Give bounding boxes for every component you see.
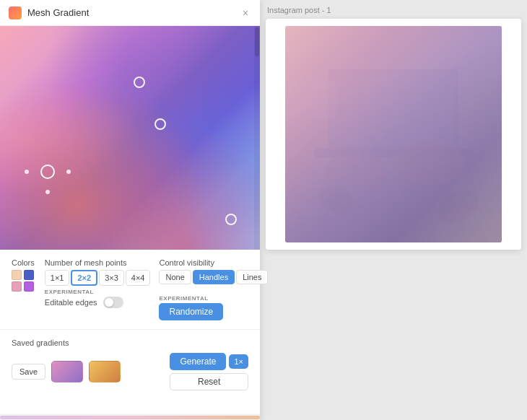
title-bar: Mesh Gradient × [0,0,260,26]
mesh-btn-3x3[interactable]: 3×3 [99,270,124,286]
experimental-badge-edges: EXPERIMENTAL [45,289,151,295]
saved-row: Save Generate 1× Reset [12,353,248,390]
visibility-label: Control visibility [159,258,214,267]
mesh-btn-2x2[interactable]: 2×2 [71,270,97,286]
control-point-dot-2[interactable] [69,172,73,176]
control-point-dot-3[interactable] [48,192,52,196]
close-button[interactable]: × [240,7,251,19]
colors-label: Colors [12,258,35,267]
mesh-btn-4x4[interactable]: 4×4 [126,270,151,286]
mesh-points-label: Number of mesh points [45,258,151,267]
editable-edges-section: EXPERIMENTAL Editable edges [45,289,151,308]
mesh-points-section: Number of mesh points 1×1 2×2 3×3 4×4 EX… [45,258,151,308]
app-icon [9,6,22,19]
randomize-button[interactable]: Randomize [159,303,223,320]
right-panel: Instagram post - 1 [260,0,527,420]
count-badge[interactable]: 1× [229,354,248,369]
vis-btn-none[interactable]: None [159,270,191,284]
bottom-scrollbar[interactable] [0,414,260,420]
saved-gradient-thumb-2[interactable] [89,361,121,382]
saved-gradient-thumb-1[interactable] [51,361,83,382]
editable-edges-label: Editable edges [45,298,97,307]
bottom-scrollbar-thumb [0,416,260,419]
generate-button[interactable]: Generate [170,353,226,370]
visibility-section: Control visibility None Handles Lines EX… [159,258,268,320]
instagram-image [285,26,502,242]
editable-edges-toggle[interactable] [103,297,123,308]
control-point-3[interactable] [48,172,62,186]
control-point-dot-1[interactable] [27,172,31,176]
save-button[interactable]: Save [12,364,45,380]
color-swatch-4[interactable] [24,281,34,292]
controls-area: Colors Number of mesh points [0,250,260,330]
color-swatch-3[interactable] [12,281,22,292]
control-point-2[interactable] [160,124,172,136]
vis-btn-handles[interactable]: Handles [193,270,235,284]
action-buttons: Generate 1× Reset [170,353,248,390]
color-swatch-1[interactable] [12,270,22,280]
experimental-badge-randomize: EXPERIMENTAL [159,295,208,302]
mesh-btn-1x1[interactable]: 1×1 [45,270,70,286]
saved-section: Saved gradients Save Generate 1× Reset [0,330,260,399]
control-point-4[interactable] [231,219,243,231]
canvas-scrollbar[interactable] [254,26,260,250]
color-swatches [12,270,34,292]
gradient-overlay [285,26,502,242]
canvas-scrollbar-thumb [255,27,259,56]
control-point-1[interactable] [139,82,151,94]
vis-btn-lines[interactable]: Lines [236,270,268,284]
gradient-canvas[interactable] [0,26,260,250]
saved-gradients-label: Saved gradients [12,338,248,347]
instagram-label: Instagram post - 1 [266,6,521,14]
visibility-buttons: None Handles Lines [159,270,268,284]
mesh-buttons: 1×1 2×2 3×3 4×4 [45,270,151,286]
reset-button[interactable]: Reset [170,373,248,390]
color-swatch-2[interactable] [24,270,34,280]
instagram-card [266,19,521,250]
left-panel: Mesh Gradient × [0,0,260,420]
window-title: Mesh Gradient [27,7,240,18]
